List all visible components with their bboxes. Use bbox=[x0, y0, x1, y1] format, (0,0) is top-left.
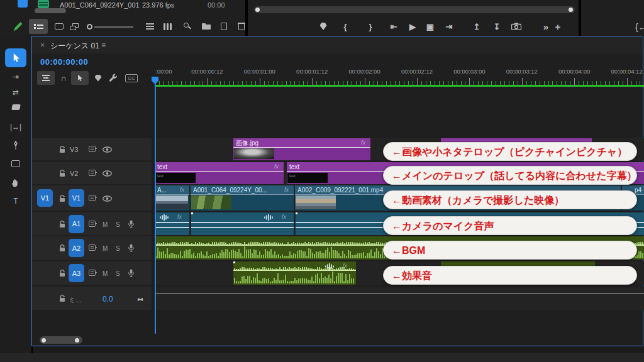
lift-button[interactable]: ↥ bbox=[469, 19, 484, 34]
new-item-icon[interactable] bbox=[216, 19, 231, 34]
close-icon[interactable]: × bbox=[40, 41, 45, 50]
snap-button[interactable]: ∩ bbox=[58, 71, 69, 85]
thumbnail-scrubber[interactable] bbox=[35, 8, 66, 13]
lock-icon[interactable] bbox=[58, 220, 66, 228]
track-target-button[interactable]: V1 bbox=[69, 189, 84, 207]
mix-volume-value[interactable]: 0.0 bbox=[103, 295, 113, 304]
captions-button[interactable]: CC bbox=[124, 71, 139, 85]
solo-button[interactable]: S bbox=[116, 270, 120, 277]
track-lane-mix[interactable] bbox=[155, 287, 644, 310]
sync-lock-icon[interactable] bbox=[89, 221, 97, 228]
sync-lock-icon[interactable] bbox=[89, 270, 97, 277]
clip-v1[interactable]: A001_C064_09224Y_00...fx bbox=[191, 185, 294, 211]
track-header-v3: V3 bbox=[32, 138, 152, 160]
clip-a3[interactable]: fx bbox=[233, 261, 356, 285]
timeline-settings-wrench-icon[interactable] bbox=[108, 71, 119, 85]
track-target-button[interactable]: V3 bbox=[70, 146, 78, 153]
program-monitor-panel: {}⇤▶▣⇥↥↧»+ bbox=[248, 0, 579, 36]
sync-lock-icon[interactable] bbox=[89, 146, 97, 153]
lock-icon[interactable] bbox=[58, 145, 66, 153]
hand-tool[interactable] bbox=[5, 174, 26, 190]
lock-icon[interactable] bbox=[58, 244, 66, 252]
clip-v3[interactable]: 画像.jpgfx bbox=[233, 138, 370, 160]
column-settings-icon[interactable] bbox=[160, 19, 175, 34]
play-button[interactable]: ▶ bbox=[405, 19, 420, 34]
audio-waveform-icon bbox=[160, 214, 169, 221]
rectangle-tool[interactable] bbox=[5, 155, 26, 172]
linked-selection-button[interactable] bbox=[71, 71, 89, 85]
clip-v1[interactable]: A...fx bbox=[155, 185, 189, 211]
pen-tool[interactable] bbox=[5, 136, 26, 153]
panel-menu-icon[interactable]: ≡ bbox=[101, 41, 106, 50]
toggle-track-output-eye-icon[interactable] bbox=[103, 195, 112, 202]
extract-button[interactable]: ↧ bbox=[489, 19, 504, 34]
settings-button[interactable]: ▣ bbox=[423, 19, 438, 34]
ruler-tick-label: :00:00 bbox=[155, 68, 172, 75]
voiceover-record-mic-icon[interactable] bbox=[128, 269, 135, 277]
lock-icon[interactable] bbox=[58, 169, 66, 177]
lock-icon[interactable] bbox=[58, 269, 66, 277]
sync-lock-icon[interactable] bbox=[89, 195, 97, 202]
search-icon[interactable] bbox=[180, 19, 195, 34]
program-zoom-scrollbar[interactable] bbox=[254, 6, 575, 13]
track-header-mix: ミ...0.0▸◂ bbox=[32, 287, 152, 310]
fx-badge: fx bbox=[180, 187, 184, 193]
mute-button[interactable]: M bbox=[103, 270, 108, 277]
list-view-button[interactable] bbox=[29, 19, 48, 34]
premiere-pro-window: A001_C064_09224Y_001 23.976 fps 00:00 bbox=[0, 0, 644, 362]
razor-tool[interactable] bbox=[5, 99, 26, 115]
keyframe-nav-icon[interactable]: ▸◂ bbox=[138, 295, 142, 302]
add-marker-button[interactable] bbox=[92, 71, 104, 85]
toggle-track-output-eye-icon[interactable] bbox=[103, 146, 112, 153]
sequence-tab[interactable]: シーケンス 01 bbox=[50, 41, 99, 52]
type-tool[interactable]: T bbox=[5, 193, 26, 209]
sync-lock-icon[interactable] bbox=[89, 244, 97, 251]
playhead-timecode[interactable]: 00:00:00:00 bbox=[40, 57, 88, 67]
solo-button[interactable]: S bbox=[116, 245, 120, 252]
annotation-label: ←画像や小ネタテロップ（ピクチャインピクチャ） bbox=[383, 142, 637, 161]
clip-a1[interactable]: fx bbox=[155, 212, 189, 235]
slip-tool[interactable]: |↔| bbox=[5, 119, 26, 135]
mark-in-button[interactable]: { bbox=[338, 19, 353, 34]
clip-color-chip bbox=[18, 0, 28, 8]
track-select-forward-tool[interactable]: ⇥ bbox=[5, 69, 26, 85]
go-to-in-button[interactable]: ⇤ bbox=[386, 19, 401, 34]
pencil-icon[interactable] bbox=[10, 19, 25, 34]
mute-button[interactable]: M bbox=[103, 245, 108, 252]
clip-v2[interactable]: textfxtext bbox=[155, 162, 284, 184]
track-target-button[interactable]: V2 bbox=[70, 170, 78, 177]
toggle-track-output-eye-icon[interactable] bbox=[103, 170, 112, 177]
add-button[interactable]: + bbox=[550, 19, 565, 34]
playhead-line[interactable] bbox=[155, 77, 156, 334]
mute-button[interactable]: M bbox=[103, 221, 108, 228]
track-target-button[interactable]: A2 bbox=[69, 239, 84, 257]
track-target-button[interactable]: A1 bbox=[69, 215, 84, 233]
project-item-fps: 23.976 fps bbox=[142, 1, 174, 9]
voiceover-record-mic-icon[interactable] bbox=[128, 220, 135, 228]
sort-icon[interactable] bbox=[142, 19, 157, 34]
source-patch-button[interactable]: V1 bbox=[37, 189, 53, 207]
project-item-name[interactable]: A001_C064_09224Y_001 bbox=[60, 1, 140, 9]
nested-sequence-button[interactable] bbox=[37, 71, 55, 85]
clip-a1[interactable]: fx bbox=[191, 212, 294, 235]
horizontal-scrollbar[interactable] bbox=[40, 336, 82, 344]
sync-lock-icon[interactable] bbox=[89, 170, 97, 177]
go-to-in-icon[interactable]: {← bbox=[635, 23, 644, 31]
freeform-view-button[interactable] bbox=[67, 19, 82, 34]
lock-icon[interactable] bbox=[58, 194, 66, 202]
voiceover-record-mic-icon[interactable] bbox=[128, 244, 135, 252]
add-marker-button[interactable] bbox=[316, 19, 331, 34]
track-target-button[interactable]: A3 bbox=[69, 264, 84, 282]
go-to-out-button[interactable]: ⇥ bbox=[441, 19, 457, 34]
selection-tool[interactable] bbox=[5, 48, 26, 67]
mark-out-button[interactable]: } bbox=[363, 19, 378, 34]
export-frame-button[interactable] bbox=[509, 19, 524, 34]
new-bin-icon[interactable] bbox=[199, 19, 214, 34]
time-ruler[interactable]: :00:0000:00:00:1200:00:01:0000:00:01:120… bbox=[155, 68, 644, 77]
solo-button[interactable]: S bbox=[116, 221, 120, 228]
volume-automation-line[interactable] bbox=[155, 293, 644, 293]
fx-badge: fx bbox=[284, 187, 289, 193]
icon-view-button[interactable] bbox=[52, 19, 67, 34]
zoom-slider[interactable] bbox=[87, 24, 134, 30]
lock-icon[interactable] bbox=[58, 294, 66, 302]
